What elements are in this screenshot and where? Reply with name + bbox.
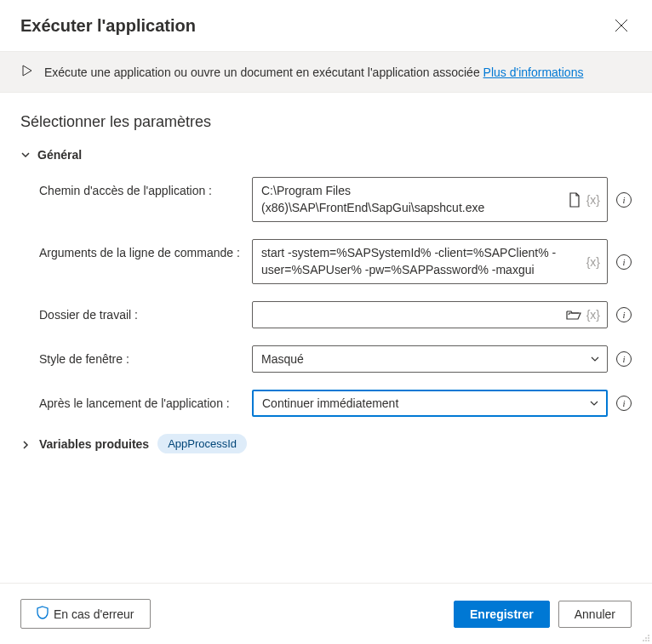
info-text: Exécute une application ou ouvre un docu… [44, 66, 483, 79]
folder-picker-icon[interactable] [566, 309, 581, 321]
svg-point-6 [643, 640, 644, 641]
info-icon[interactable]: i [616, 307, 632, 322]
cmd-args-label: Arguments de la ligne de commande : [39, 239, 252, 259]
on-error-label: En cas d'erreur [54, 607, 134, 621]
window-style-select[interactable]: Masqué [252, 345, 608, 373]
svg-point-3 [648, 635, 649, 636]
close-icon [615, 19, 628, 32]
on-error-button[interactable]: En cas d'erreur [20, 599, 151, 629]
group-general-header[interactable]: Général [20, 148, 632, 162]
chevron-down-icon [589, 398, 599, 408]
window-style-label: Style de fenêtre : [39, 345, 252, 366]
svg-point-5 [648, 637, 649, 639]
info-icon[interactable]: i [616, 351, 632, 367]
variable-picker-icon[interactable]: {x} [586, 255, 600, 269]
file-picker-icon[interactable] [568, 192, 581, 208]
after-launch-label: Après le lancement de l'application : [39, 390, 252, 410]
info-icon[interactable]: i [616, 254, 632, 270]
work-dir-label: Dossier de travail : [39, 301, 252, 322]
cancel-button[interactable]: Annuler [558, 601, 632, 628]
dialog-title: Exécuter l'application [20, 16, 196, 36]
svg-point-7 [645, 640, 647, 641]
save-button[interactable]: Enregistrer [454, 601, 550, 628]
chevron-down-icon [20, 150, 31, 160]
after-launch-select[interactable]: Continuer immédiatement [252, 390, 608, 417]
cmd-args-input[interactable]: start -system=%SAPSystemId% -client=%SAP… [252, 239, 608, 284]
variables-produced-header[interactable]: Variables produites AppProcessId [20, 434, 632, 453]
svg-marker-2 [23, 66, 31, 76]
chevron-right-icon [20, 439, 31, 449]
chevron-down-icon [590, 354, 600, 364]
variable-picker-icon[interactable]: {x} [586, 308, 600, 322]
group-general-label: Général [37, 148, 82, 162]
play-icon [20, 64, 34, 80]
close-button[interactable] [611, 15, 632, 36]
app-path-input[interactable]: C:\Program Files (x86)\SAP\FrontEnd\SapG… [252, 177, 608, 222]
section-title: Sélectionner les paramètres [20, 113, 632, 131]
work-dir-input[interactable]: {x} [252, 301, 608, 328]
info-icon[interactable]: i [616, 192, 632, 208]
info-icon[interactable]: i [616, 396, 632, 411]
variable-pill[interactable]: AppProcessId [157, 434, 247, 453]
resize-grip-icon[interactable] [642, 634, 650, 642]
variables-produced-label: Variables produites [39, 437, 149, 451]
shield-icon [37, 606, 49, 622]
variable-picker-icon[interactable]: {x} [586, 193, 600, 207]
svg-point-8 [648, 640, 649, 641]
info-banner: Exécute une application ou ouvre un docu… [0, 51, 652, 93]
more-info-link[interactable]: Plus d'informations [483, 66, 584, 79]
svg-point-4 [645, 637, 647, 639]
app-path-label: Chemin d'accès de l'application : [39, 177, 252, 197]
